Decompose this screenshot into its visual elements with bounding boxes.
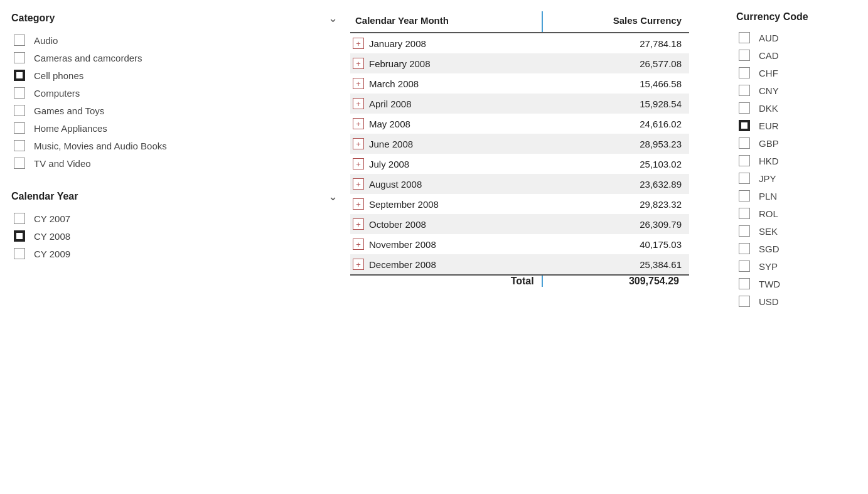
checkbox-icon[interactable] bbox=[739, 50, 750, 61]
currency-item[interactable]: CNY bbox=[736, 82, 868, 99]
checkbox-icon[interactable] bbox=[739, 102, 750, 114]
col-header-month: Calendar Year Month bbox=[350, 11, 542, 33]
category-item[interactable]: Cameras and camcorders bbox=[11, 49, 338, 67]
category-item[interactable]: Music, Movies and Audio Books bbox=[11, 137, 338, 154]
currency-item-label: SEK bbox=[759, 226, 778, 237]
checkbox-icon[interactable] bbox=[14, 70, 25, 81]
checkbox-icon[interactable] bbox=[739, 278, 750, 289]
month-cell: +January 2008 bbox=[350, 33, 542, 53]
right-filter-panel: Currency Code AUDCADCHFCNYDKKEURGBPHKDJP… bbox=[730, 11, 868, 483]
checkbox-icon[interactable] bbox=[14, 52, 25, 63]
checkbox-icon[interactable] bbox=[739, 32, 750, 43]
sales-value: 15,466.58 bbox=[542, 73, 689, 94]
expand-button[interactable]: + bbox=[353, 118, 364, 129]
currency-item[interactable]: AUD bbox=[736, 29, 868, 46]
calendar-year-item-label: CY 2008 bbox=[34, 231, 70, 242]
checkbox-icon[interactable] bbox=[739, 260, 750, 272]
month-cell: +July 2008 bbox=[350, 154, 542, 174]
month-label: October 2008 bbox=[369, 219, 426, 230]
currency-item[interactable]: SEK bbox=[736, 222, 868, 240]
category-item-label: Audio bbox=[34, 35, 58, 46]
checkbox-icon[interactable] bbox=[14, 213, 25, 224]
checkbox-icon[interactable] bbox=[739, 190, 750, 201]
currency-item-label: CAD bbox=[759, 50, 779, 61]
currency-item[interactable]: EUR bbox=[736, 117, 868, 134]
checkbox-icon[interactable] bbox=[14, 158, 25, 169]
currency-item[interactable]: JPY bbox=[736, 169, 868, 187]
expand-button[interactable]: + bbox=[353, 58, 364, 69]
expand-button[interactable]: + bbox=[353, 98, 364, 109]
checkbox-icon[interactable] bbox=[739, 85, 750, 96]
checkbox-icon[interactable] bbox=[739, 155, 750, 166]
calendar-year-item[interactable]: CY 2009 bbox=[11, 245, 338, 262]
calendar-year-item[interactable]: CY 2007 bbox=[11, 210, 338, 227]
category-item[interactable]: Games and Toys bbox=[11, 102, 338, 119]
center-data-panel: Calendar Year Month Sales Currency +Janu… bbox=[350, 11, 730, 483]
checkbox-icon[interactable] bbox=[14, 35, 25, 46]
checkbox-icon[interactable] bbox=[739, 243, 750, 254]
checkbox-icon[interactable] bbox=[739, 208, 750, 219]
category-item[interactable]: Home Appliances bbox=[11, 119, 338, 137]
currency-item[interactable]: PLN bbox=[736, 187, 868, 205]
calendar-year-item[interactable]: CY 2008 bbox=[11, 227, 338, 245]
currency-item[interactable]: TWD bbox=[736, 275, 868, 293]
currency-items-list: AUDCADCHFCNYDKKEURGBPHKDJPYPLNROLSEKSGDS… bbox=[736, 29, 868, 310]
currency-item[interactable]: CAD bbox=[736, 46, 868, 64]
expand-button[interactable]: + bbox=[353, 158, 364, 169]
category-item-label: TV and Video bbox=[34, 158, 91, 169]
month-cell: +March 2008 bbox=[350, 73, 542, 94]
checkbox-icon[interactable] bbox=[739, 137, 750, 149]
checkbox-icon[interactable] bbox=[14, 248, 25, 259]
checkbox-icon[interactable] bbox=[739, 67, 750, 78]
expand-button[interactable]: + bbox=[353, 239, 364, 250]
expand-button[interactable]: + bbox=[353, 138, 364, 149]
checkbox-icon[interactable] bbox=[14, 140, 25, 151]
expand-button[interactable]: + bbox=[353, 78, 364, 89]
calendar-year-items-list: CY 2007CY 2008CY 2009 bbox=[11, 210, 338, 262]
category-item[interactable]: TV and Video bbox=[11, 154, 338, 172]
checkbox-icon[interactable] bbox=[739, 296, 750, 307]
currency-item[interactable]: SYP bbox=[736, 257, 868, 275]
currency-item[interactable]: CHF bbox=[736, 64, 868, 82]
table-row: +March 200815,466.58 bbox=[350, 73, 689, 94]
checkbox-icon[interactable] bbox=[14, 87, 25, 99]
month-label: March 2008 bbox=[369, 78, 419, 89]
currency-item[interactable]: ROL bbox=[736, 205, 868, 222]
category-item-label: Music, Movies and Audio Books bbox=[34, 141, 167, 151]
currency-item-label: EUR bbox=[759, 121, 779, 131]
calendar-year-title: Calendar Year bbox=[11, 191, 78, 202]
month-label: September 2008 bbox=[369, 199, 439, 210]
category-item[interactable]: Cell phones bbox=[11, 67, 338, 84]
currency-item[interactable]: DKK bbox=[736, 99, 868, 117]
total-row: Total 309,754.29 bbox=[350, 275, 689, 287]
currency-item[interactable]: USD bbox=[736, 293, 868, 310]
month-label: November 2008 bbox=[369, 239, 436, 250]
currency-item[interactable]: SGD bbox=[736, 240, 868, 257]
calendar-year-chevron-icon[interactable]: ⌄ bbox=[328, 190, 338, 203]
category-chevron-icon[interactable]: ⌄ bbox=[328, 11, 338, 25]
currency-item[interactable]: HKD bbox=[736, 152, 868, 169]
month-cell: +December 2008 bbox=[350, 254, 542, 275]
month-label: December 2008 bbox=[369, 259, 436, 270]
checkbox-icon[interactable] bbox=[14, 122, 25, 134]
month-cell: +November 2008 bbox=[350, 234, 542, 254]
checkbox-icon[interactable] bbox=[739, 173, 750, 184]
expand-button[interactable]: + bbox=[353, 218, 364, 230]
category-item[interactable]: Computers bbox=[11, 84, 338, 102]
checkbox-icon[interactable] bbox=[14, 105, 25, 116]
category-title: Category bbox=[11, 13, 55, 24]
month-label: May 2008 bbox=[369, 119, 410, 129]
checkbox-icon[interactable] bbox=[739, 225, 750, 237]
expand-button[interactable]: + bbox=[353, 259, 364, 270]
currency-item-label: AUD bbox=[759, 33, 779, 43]
checkbox-icon[interactable] bbox=[739, 120, 750, 131]
expand-button[interactable]: + bbox=[353, 198, 364, 210]
sales-value: 26,309.79 bbox=[542, 214, 689, 234]
expand-button[interactable]: + bbox=[353, 38, 364, 49]
checkbox-icon[interactable] bbox=[14, 230, 25, 242]
table-row: +September 200829,823.32 bbox=[350, 194, 689, 214]
currency-item[interactable]: GBP bbox=[736, 134, 868, 152]
expand-button[interactable]: + bbox=[353, 178, 364, 190]
category-item[interactable]: Audio bbox=[11, 31, 338, 49]
sales-value: 25,384.61 bbox=[542, 254, 689, 275]
